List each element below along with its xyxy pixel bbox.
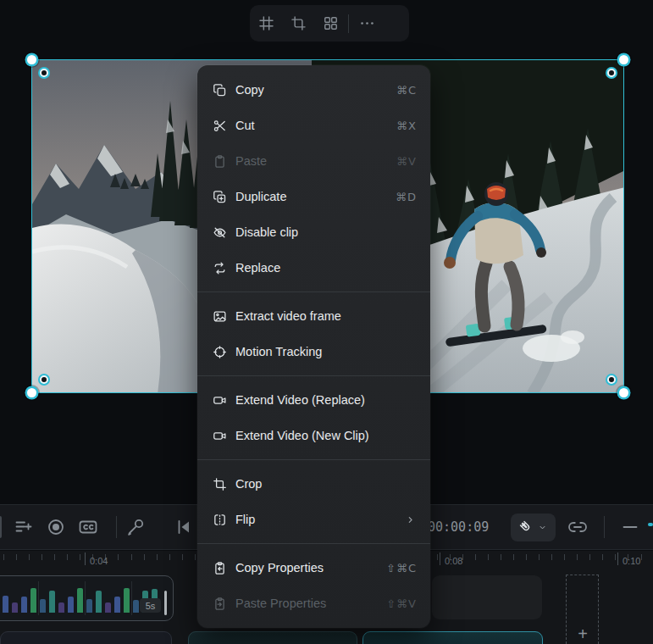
zoom-slider[interactable] bbox=[648, 523, 653, 526]
ruler-minor-tick bbox=[131, 554, 132, 560]
menu-item-replace[interactable]: Replace bbox=[197, 250, 430, 286]
frame-button[interactable] bbox=[250, 5, 282, 42]
ruler-minor-tick bbox=[54, 554, 55, 560]
menu-item-label: Replace bbox=[235, 261, 417, 275]
ruler-minor-tick bbox=[182, 554, 183, 560]
menu-item-extract-video-frame[interactable]: Extract video frame bbox=[197, 298, 430, 334]
ruler-minor-tick bbox=[551, 554, 552, 560]
menu-item-motion-tracking[interactable]: Motion Tracking bbox=[197, 334, 430, 369]
menu-item-label: Copy Properties bbox=[235, 561, 386, 575]
eye-off-icon bbox=[213, 225, 227, 240]
layout-icon bbox=[323, 15, 339, 31]
menu-item-duplicate[interactable]: Duplicate⌘D bbox=[197, 179, 430, 214]
add-track-button[interactable]: + bbox=[574, 625, 591, 642]
menu-item-cut[interactable]: Cut⌘X bbox=[197, 108, 430, 143]
menu-divider bbox=[197, 291, 430, 292]
inner-handle-top-right[interactable] bbox=[607, 69, 616, 77]
ruler-label: 0:04 bbox=[90, 556, 108, 566]
ruler-minor-tick bbox=[118, 554, 119, 560]
voiceover-button[interactable] bbox=[125, 517, 146, 537]
ruler-minor-tick bbox=[564, 554, 565, 560]
link-clips-button[interactable] bbox=[567, 517, 588, 537]
zoom-out-button[interactable] bbox=[620, 517, 640, 537]
app-window: 00:00:09 0:040:080:10 + 5s Copy⌘CCut⌘XPa… bbox=[0, 0, 653, 644]
menu-item-copy[interactable]: Copy⌘C bbox=[197, 72, 430, 108]
inner-handle-bottom-right[interactable] bbox=[607, 375, 616, 384]
context-menu: Copy⌘CCut⌘XPaste⌘VDuplicate⌘DDisable cli… bbox=[197, 65, 430, 628]
resize-handle-bottom-right[interactable] bbox=[619, 388, 628, 397]
record-button[interactable] bbox=[46, 517, 66, 537]
waveform-bar bbox=[58, 602, 64, 613]
waveform-frame-separator bbox=[38, 581, 39, 615]
menu-item-label: Paste bbox=[235, 154, 396, 168]
toolbar-divider bbox=[348, 14, 349, 33]
replace-icon bbox=[213, 261, 227, 275]
menu-shortcut: ⌘C bbox=[396, 84, 417, 97]
waveform-bar bbox=[49, 591, 55, 613]
menu-item-label: Duplicate bbox=[235, 190, 396, 203]
waveform-frame-separator bbox=[131, 581, 132, 615]
menu-item-label: Crop bbox=[235, 477, 417, 491]
menu-item-copy-properties[interactable]: Copy Properties⇧⌘C bbox=[197, 550, 430, 586]
resize-handle-bottom-left[interactable] bbox=[27, 388, 36, 397]
ruler-major-tick bbox=[85, 552, 86, 565]
add-marker-button[interactable] bbox=[14, 517, 34, 537]
crop-button[interactable] bbox=[282, 5, 314, 42]
ruler-minor-tick bbox=[169, 554, 170, 560]
menu-item-flip[interactable]: Flip bbox=[197, 502, 430, 537]
canvas-toolbar bbox=[250, 5, 409, 42]
ruler-minor-tick bbox=[29, 554, 30, 560]
ruler-major-tick bbox=[617, 552, 618, 565]
menu-item-label: Extend Video (Replace) bbox=[235, 393, 417, 407]
ruler-minor-tick bbox=[526, 554, 527, 560]
caption-clip-1[interactable] bbox=[0, 631, 172, 644]
ruler-minor-tick bbox=[16, 554, 17, 560]
microphone-icon bbox=[125, 517, 146, 537]
more-button[interactable] bbox=[351, 5, 383, 42]
waveform-bar bbox=[86, 599, 92, 613]
toolbar-divider bbox=[604, 516, 605, 538]
menu-item-disable-clip[interactable]: Disable clip bbox=[197, 214, 430, 250]
chevron-right-icon bbox=[404, 514, 417, 526]
clip-in-icon bbox=[213, 561, 227, 575]
layout-button[interactable] bbox=[314, 5, 346, 42]
ruler-minor-tick bbox=[615, 554, 616, 560]
waveform-bar bbox=[3, 596, 8, 613]
menu-item-label: Cut bbox=[235, 119, 396, 132]
menu-item-label: Copy bbox=[235, 83, 396, 97]
ruler-minor-tick bbox=[144, 554, 145, 560]
ruler-minor-tick bbox=[488, 554, 489, 560]
inner-handle-top-left[interactable] bbox=[40, 69, 48, 77]
menu-item-extend-video-replace[interactable]: Extend Video (Replace) bbox=[197, 382, 430, 418]
waveform-frame-separator bbox=[85, 581, 86, 615]
caption-clip-2[interactable] bbox=[188, 631, 357, 644]
menu-item-paste-properties: Paste Properties⇧⌘V bbox=[197, 586, 430, 621]
menu-item-label: Extend Video (New Clip) bbox=[235, 429, 417, 442]
video-clip[interactable]: 5s bbox=[0, 575, 174, 621]
menu-item-extend-video-new-clip[interactable]: Extend Video (New Clip) bbox=[197, 418, 430, 453]
crop-icon bbox=[291, 15, 307, 31]
snapping-button[interactable] bbox=[511, 514, 556, 541]
caption-clip-3[interactable] bbox=[362, 631, 543, 644]
captions-button[interactable] bbox=[78, 517, 98, 537]
more-icon bbox=[359, 15, 375, 31]
empty-clip-slot bbox=[432, 575, 542, 619]
skip-to-start-button[interactable] bbox=[174, 517, 194, 537]
waveform-bar bbox=[77, 588, 83, 613]
ruler-minor-tick bbox=[641, 554, 642, 560]
menu-item-crop[interactable]: Crop bbox=[197, 466, 430, 502]
inner-handle-bottom-left[interactable] bbox=[40, 375, 48, 384]
resize-handle-top-left[interactable] bbox=[27, 55, 36, 64]
resize-handle-top-right[interactable] bbox=[619, 55, 628, 64]
waveform-bar bbox=[105, 602, 111, 613]
frame-icon bbox=[258, 15, 274, 31]
ruler-minor-tick bbox=[42, 554, 42, 560]
ruler-minor-tick bbox=[437, 554, 438, 560]
ruler-minor-tick bbox=[475, 554, 476, 560]
chevron-down-icon bbox=[537, 522, 548, 533]
menu-item-label: Extract video frame bbox=[235, 309, 417, 323]
waveform-bar bbox=[114, 597, 120, 613]
menu-shortcut: ⌘X bbox=[396, 119, 417, 132]
ruler-label: 0:10 bbox=[623, 556, 640, 566]
clip-trim-handle[interactable] bbox=[164, 591, 167, 615]
